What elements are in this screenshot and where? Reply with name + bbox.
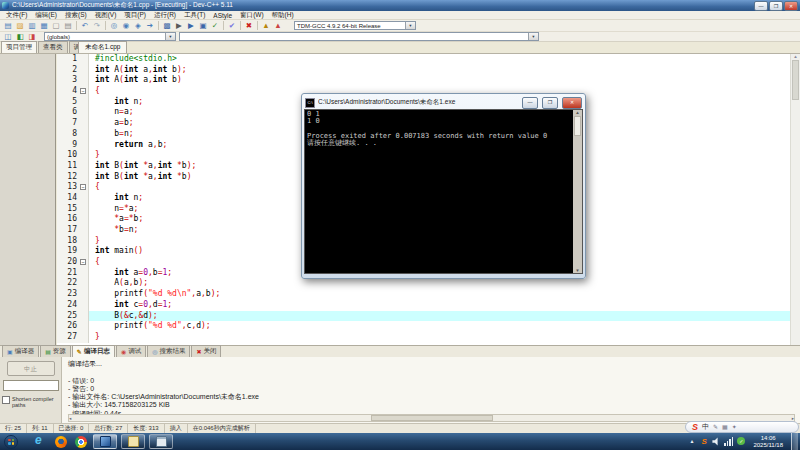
delete-profiling-icon[interactable]: ▲ (273, 21, 283, 31)
console-titlebar[interactable]: C:\ C:\Users\Administrator\Documents\未命名… (304, 96, 583, 109)
line-number[interactable]: 4 (57, 86, 79, 97)
left-tab-2[interactable]: 查看类 (38, 41, 68, 53)
taskbar-button-devcpp[interactable] (93, 434, 117, 449)
menu-item-6[interactable]: 运行(R) (150, 11, 180, 20)
find-next-icon[interactable]: ◈ (133, 21, 143, 31)
console-scrollbar[interactable]: ▲▼ (573, 110, 582, 273)
network-icon[interactable] (724, 437, 733, 446)
bottom-tab-search-results[interactable]: ◎搜索结果 (147, 345, 190, 357)
code-line-2[interactable]: 2int A(int a,int b); (57, 65, 800, 76)
line-number[interactable]: 20 (57, 257, 79, 268)
close-file-icon[interactable]: ▢ (51, 21, 61, 31)
log-horizontal-scrollbar[interactable]: ◂▸ (68, 414, 795, 422)
bottom-tab-compile-log[interactable]: ✎编译日志 (72, 345, 115, 357)
taskbar-clock[interactable]: 14:06 2025/11/18 (749, 435, 787, 449)
line-number[interactable]: 17 (57, 225, 79, 236)
chrome-icon[interactable] (75, 436, 87, 448)
line-number[interactable]: 19 (57, 246, 79, 257)
code-line-27[interactable]: 27} (57, 332, 800, 343)
line-number[interactable]: 18 (57, 236, 79, 247)
internet-explorer-icon[interactable] (32, 435, 47, 448)
save-all-icon[interactable]: ▦ (39, 21, 49, 31)
line-number[interactable]: 22 (57, 278, 79, 289)
line-number[interactable]: 2 (57, 65, 79, 76)
left-tab-1[interactable]: 项目管理 (1, 41, 37, 53)
remove-from-project-icon[interactable]: ◨ (27, 32, 37, 42)
class-combo[interactable]: (globals) ▾ (44, 32, 176, 41)
file-tab[interactable]: 未命名1.cpp (78, 41, 127, 53)
menu-item-2[interactable]: 编辑(E) (31, 11, 61, 20)
project-browser-panel[interactable] (0, 54, 56, 345)
rebuild-all-icon[interactable]: ▣ (198, 21, 208, 31)
bottom-tab-close[interactable]: ✖关闭 (191, 345, 221, 357)
console-close-button[interactable]: ✕ (562, 97, 582, 109)
line-number[interactable]: 3 (57, 75, 79, 86)
speaker-icon[interactable] (712, 437, 720, 446)
line-number[interactable]: 12 (57, 172, 79, 183)
ime-mode-indicator[interactable]: 中 (702, 422, 709, 432)
line-number[interactable]: 15 (57, 204, 79, 215)
console-window[interactable]: C:\ C:\Users\Administrator\Documents\未命名… (301, 93, 586, 279)
line-number[interactable]: 25 (57, 311, 79, 322)
hidden-icons-icon[interactable] (688, 437, 696, 446)
compiler-select[interactable]: TDM-GCC 4.9.2 64-bit Release ▾ (294, 21, 416, 30)
line-number[interactable]: 27 (57, 332, 79, 343)
line-number[interactable]: 10 (57, 150, 79, 161)
line-number[interactable]: 7 (57, 118, 79, 129)
line-number[interactable]: 16 (57, 214, 79, 225)
menu-item-4[interactable]: 视图(V) (91, 11, 121, 20)
new-project-icon[interactable]: ◫ (3, 32, 13, 42)
new-file-icon[interactable]: ▤ (3, 21, 13, 31)
menu-item-8[interactable]: AStyle (209, 12, 236, 19)
code-line-24[interactable]: 24 int c=0,d=1; (57, 300, 800, 311)
shorten-paths-checkbox[interactable] (2, 396, 10, 404)
code-line-22[interactable]: 22 A(a,b); (57, 278, 800, 289)
close-button[interactable]: ✕ (784, 1, 798, 11)
line-number[interactable]: 6 (57, 107, 79, 118)
add-to-project-icon[interactable]: ◧ (15, 32, 25, 42)
sogou-tray-icon[interactable] (700, 437, 708, 446)
abort-button[interactable]: 中止 (7, 361, 55, 376)
fold-marker-icon[interactable]: − (80, 88, 86, 94)
scrollbar-thumb[interactable] (574, 116, 581, 136)
bottom-tab-debug[interactable]: ◉调试 (116, 345, 146, 357)
sogou-tool-icon-1[interactable]: ✎ (713, 422, 718, 432)
find-icon[interactable]: ◎ (109, 21, 119, 31)
profile-analysis-icon[interactable]: ▲ (261, 21, 271, 31)
debug-icon[interactable]: ✓ (210, 21, 220, 31)
menu-item-7[interactable]: 工具(T) (180, 11, 209, 20)
run-icon[interactable]: ▶ (174, 21, 184, 31)
scrollbar-thumb[interactable] (371, 415, 493, 421)
replace-icon[interactable]: ◉ (121, 21, 131, 31)
console-minimize-button[interactable]: — (522, 97, 538, 109)
line-number[interactable]: 11 (57, 161, 79, 172)
firefox-icon[interactable] (55, 436, 67, 448)
code-line-25[interactable]: 25 B(&c,&d); (57, 311, 800, 322)
line-number[interactable]: 9 (57, 140, 79, 151)
line-number[interactable]: 13 (57, 182, 79, 193)
console-maximize-button[interactable]: ❐ (542, 97, 558, 109)
menu-item-5[interactable]: 项目(P) (120, 11, 150, 20)
code-line-1[interactable]: 1#include<stdio.h> (57, 54, 800, 65)
editor-vertical-scrollbar[interactable]: ▲ (790, 54, 800, 345)
line-number[interactable]: 5 (57, 97, 79, 108)
goto-line-icon[interactable]: ➔ (145, 21, 155, 31)
syntax-check-icon[interactable]: ✔ (227, 21, 237, 31)
code-line-23[interactable]: 23 printf("%d %d\n",a,b); (57, 289, 800, 300)
sogou-logo-icon[interactable]: S (692, 422, 698, 432)
maximize-button[interactable]: ❐ (769, 1, 783, 11)
member-combo[interactable]: ▾ (179, 32, 539, 41)
code-line-26[interactable]: 26 printf("%d %d",c,d); (57, 321, 800, 332)
line-number[interactable]: 24 (57, 300, 79, 311)
scrollbar-thumb[interactable] (792, 60, 799, 100)
bottom-tab-resources[interactable]: ▤资源 (40, 345, 71, 357)
save-file-icon[interactable]: ▥ (27, 21, 37, 31)
bottom-tab-compiler[interactable]: ▣编译器 (2, 345, 39, 357)
redo-icon[interactable]: ↷ (92, 21, 102, 31)
menu-item-1[interactable]: 文件(F) (2, 11, 31, 20)
fold-marker-icon[interactable]: − (80, 184, 86, 190)
taskbar-button-explorer-window[interactable] (149, 434, 173, 449)
sogou-input-bar[interactable]: S 中 ✎▦✦ (685, 421, 799, 433)
taskbar-button-console-app[interactable] (121, 434, 145, 449)
console-output[interactable]: 0 11 0 Process exited after 0.007183 sec… (304, 109, 583, 274)
